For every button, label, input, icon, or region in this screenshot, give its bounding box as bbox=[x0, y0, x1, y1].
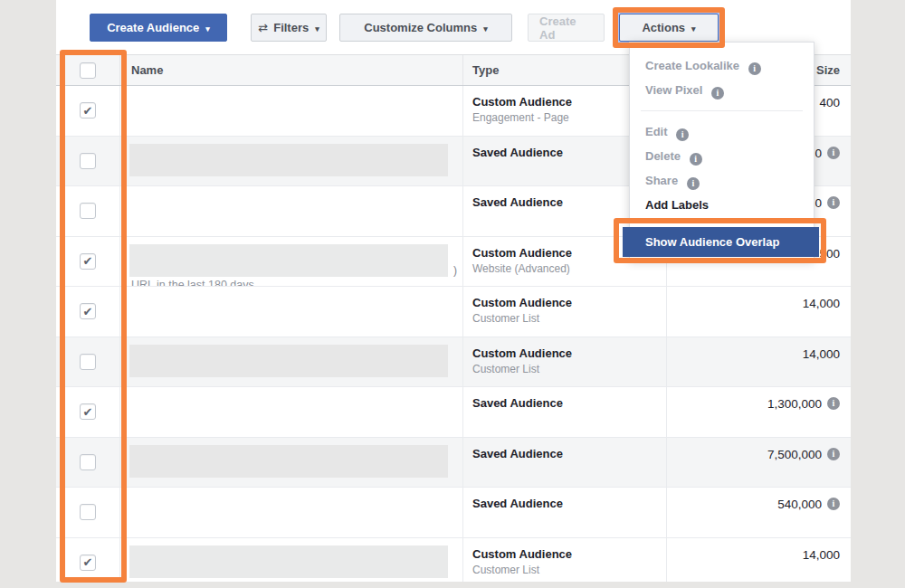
info-icon[interactable]: i bbox=[827, 498, 840, 510]
table-row: Custom AudienceCustomer List14,000 bbox=[56, 337, 851, 388]
menu-item-label: Share bbox=[645, 174, 678, 187]
menu-item-label: View Pixel bbox=[645, 83, 702, 97]
audience-size: 1,300,000 bbox=[767, 397, 822, 411]
chevron-down-icon: ▾ bbox=[205, 24, 210, 33]
row-checkbox[interactable]: ✔ bbox=[80, 555, 96, 571]
audience-type: Saved Audience bbox=[463, 438, 666, 461]
size-cell: 14,000 bbox=[667, 538, 851, 583]
audience-size: 0 bbox=[814, 147, 822, 160]
row-checkbox-cell bbox=[56, 186, 120, 236]
type-cell: Saved Audience bbox=[463, 488, 667, 537]
name-cell bbox=[120, 186, 463, 236]
menu-item-label: Edit bbox=[645, 125, 668, 138]
name-cell bbox=[120, 438, 463, 488]
audience-size: 14,000 bbox=[803, 347, 840, 361]
name-tail-text: ) bbox=[453, 264, 457, 277]
audience-type-detail: Customer List bbox=[463, 310, 666, 325]
customize-columns-label: Customize Columns bbox=[364, 21, 477, 34]
info-icon[interactable]: i bbox=[827, 196, 840, 209]
audience-type: Custom Audience bbox=[463, 538, 666, 562]
row-checkbox-cell bbox=[56, 337, 120, 387]
audience-type-detail: Customer List bbox=[463, 562, 666, 576]
row-checkbox[interactable]: ✔ bbox=[80, 253, 96, 270]
redacted-name-block bbox=[129, 345, 448, 377]
name-cell bbox=[120, 137, 463, 186]
audience-size: 400 bbox=[819, 96, 840, 109]
row-checkbox[interactable]: ✔ bbox=[80, 403, 96, 420]
size-cell: 7,500,000i bbox=[667, 438, 851, 488]
name-cell bbox=[120, 538, 463, 583]
menu-item-label: Add Labels bbox=[645, 198, 709, 212]
row-checkbox[interactable]: ✔ bbox=[80, 102, 96, 119]
redacted-name-block bbox=[129, 445, 448, 478]
toolbar: Create Audience ▾ ⇄ Filters ▾ Customize … bbox=[56, 14, 851, 43]
audience-type: Saved Audience bbox=[463, 488, 666, 511]
filters-button[interactable]: ⇄ Filters ▾ bbox=[251, 14, 327, 42]
audience-type: Custom Audience bbox=[463, 337, 666, 361]
create-audience-button[interactable]: Create Audience ▾ bbox=[90, 14, 227, 42]
table-row: ✔Saved Audience1,300,000i bbox=[56, 387, 851, 438]
row-checkbox-cell: ✔ bbox=[56, 86, 120, 136]
row-checkbox[interactable] bbox=[80, 454, 96, 470]
name-cell bbox=[120, 86, 463, 136]
info-icon[interactable]: i bbox=[827, 448, 840, 460]
audience-type: Saved Audience bbox=[463, 387, 666, 411]
create-audience-label: Create Audience bbox=[107, 21, 199, 34]
menu-item-edit[interactable]: Edit i bbox=[630, 119, 814, 144]
menu-item-add-labels[interactable]: Add Labels bbox=[630, 193, 814, 217]
info-icon[interactable]: i bbox=[827, 147, 840, 159]
row-checkbox[interactable] bbox=[80, 153, 96, 169]
name-cell bbox=[120, 488, 463, 537]
audience-size: 0 bbox=[814, 196, 822, 210]
size-cell: 1,300,000i bbox=[667, 387, 851, 437]
actions-button[interactable]: Actions ▾ bbox=[619, 14, 719, 42]
redacted-name-block bbox=[129, 545, 448, 578]
audience-size: 14,000 bbox=[803, 297, 840, 310]
menu-divider bbox=[641, 110, 803, 111]
size-cell: 540,000i bbox=[667, 488, 851, 537]
create-ad-button: Create Ad bbox=[528, 14, 605, 42]
size-cell: 14,000 bbox=[667, 287, 851, 337]
info-icon: i bbox=[690, 153, 702, 166]
row-checkbox[interactable] bbox=[80, 504, 96, 520]
row-checkbox[interactable] bbox=[80, 354, 96, 370]
row-checkbox-cell: ✔ bbox=[56, 387, 120, 437]
name-cell: )URL in the last 180 days bbox=[120, 237, 463, 287]
type-cell: Custom AudienceCustomer List bbox=[463, 538, 667, 583]
info-icon: i bbox=[676, 128, 689, 141]
select-all-checkbox[interactable] bbox=[80, 62, 96, 79]
name-cell bbox=[120, 337, 463, 387]
chevron-down-icon: ▾ bbox=[315, 24, 319, 33]
row-checkbox-cell bbox=[56, 438, 120, 488]
row-checkbox-cell: ✔ bbox=[56, 538, 120, 583]
menu-item-label: Delete bbox=[645, 149, 681, 163]
header-checkbox-cell bbox=[56, 55, 120, 85]
audiences-panel: Create Audience ▾ ⇄ Filters ▾ Customize … bbox=[56, 0, 851, 582]
row-checkbox-cell bbox=[56, 137, 120, 186]
type-cell: Custom AudienceCustomer List bbox=[463, 287, 667, 337]
filters-label: Filters bbox=[273, 21, 309, 34]
info-icon: i bbox=[748, 62, 761, 75]
menu-item-create-lookalike[interactable]: Create Lookalike i bbox=[630, 53, 814, 78]
row-checkbox-cell: ✔ bbox=[56, 287, 120, 337]
menu-item-show-audience-overlap[interactable]: Show Audience Overlap bbox=[623, 227, 819, 257]
name-cell bbox=[120, 387, 463, 437]
table-row: Saved Audience7,500,000i bbox=[56, 438, 851, 488]
info-icon[interactable]: i bbox=[827, 397, 840, 410]
redacted-name-block bbox=[129, 244, 448, 277]
type-cell: Custom AudienceCustomer List bbox=[463, 337, 667, 387]
audience-size: 540,000 bbox=[777, 498, 822, 511]
redacted-name-block bbox=[129, 144, 448, 176]
row-checkbox-cell: ✔ bbox=[56, 237, 120, 287]
type-cell: Saved Audience bbox=[463, 438, 667, 488]
menu-item-delete[interactable]: Delete i bbox=[630, 144, 814, 168]
menu-item-view-pixel[interactable]: View Pixel i bbox=[630, 78, 814, 102]
chevron-down-icon: ▾ bbox=[483, 24, 488, 33]
customize-columns-button[interactable]: Customize Columns ▾ bbox=[339, 14, 512, 42]
row-checkbox[interactable]: ✔ bbox=[80, 303, 96, 319]
name-cell bbox=[120, 287, 463, 337]
actions-dropdown-menu: Create Lookalike iView Pixel iEdit iDele… bbox=[629, 42, 814, 261]
row-checkbox[interactable] bbox=[80, 203, 96, 219]
menu-item-share[interactable]: Share i bbox=[630, 168, 814, 193]
column-header-name[interactable]: Name bbox=[120, 55, 463, 85]
